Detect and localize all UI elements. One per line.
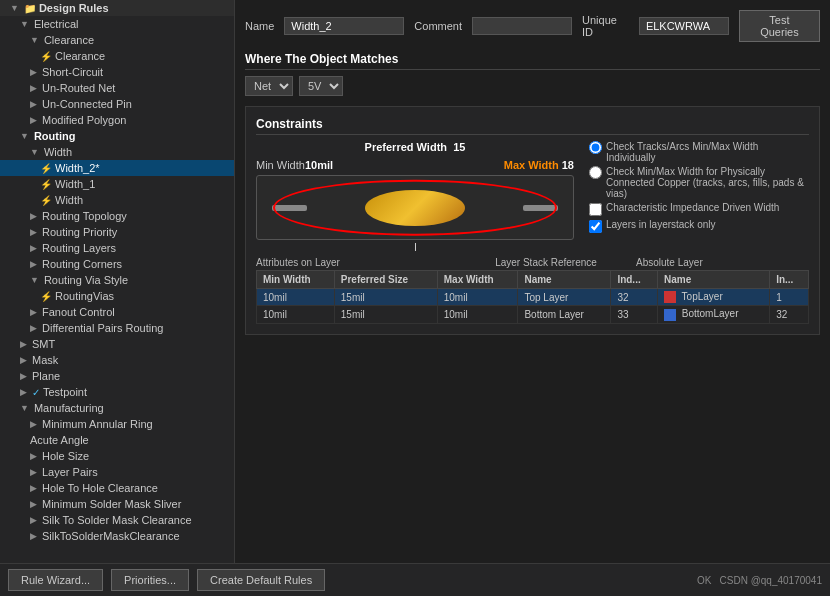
table-header-row: Min Width Preferred Size Max Width Name … [257, 271, 809, 289]
watermark-area: OK CSDN @qq_40170041 [697, 575, 822, 586]
track-right [523, 205, 558, 211]
tree-clearance-rule[interactable]: ⚡ Clearance [0, 48, 234, 64]
constraints-inner: Preferred Width 15 Min Width 10mil Max W… [256, 141, 809, 251]
bottom-bar: Rule Wizard... Priorities... Create Defa… [0, 563, 830, 596]
track-visualization [256, 175, 574, 240]
tree-silk-solder-mask[interactable]: ▶ Silk To Solder Mask Clearance [0, 512, 234, 528]
tree-testpoint[interactable]: ▶ ✓ Testpoint [0, 384, 234, 400]
where-section: Where The Object Matches Net 5V [245, 52, 820, 96]
row1-abs-name: TopLayer [657, 289, 769, 306]
pref-width-row: Preferred Width 15 [256, 141, 574, 153]
max-width-label: Max Width [504, 159, 559, 171]
constraints-left: Preferred Width 15 Min Width 10mil Max W… [256, 141, 574, 251]
row1-color-swatch [664, 291, 676, 303]
attr-table-section: Attributes on Layer Layer Stack Referenc… [256, 257, 809, 324]
col-max-width: Max Width [437, 271, 518, 289]
tree-fanout-control[interactable]: ▶ Fanout Control [0, 304, 234, 320]
where-row: Net 5V [245, 76, 820, 96]
tree-short-circuit[interactable]: ▶ Short-Circuit [0, 64, 234, 80]
table-row[interactable]: 10mil 15mil 10mil Bottom Layer 33 Bottom… [257, 306, 809, 323]
where-dropdown2[interactable]: 5V [299, 76, 343, 96]
width-controls: Min Width 10mil Max Width 18 [256, 159, 574, 171]
pref-width-value: 15 [453, 141, 465, 153]
col-min-width: Min Width [257, 271, 335, 289]
radio-check-phys[interactable] [589, 166, 602, 179]
name-label: Name [245, 20, 274, 32]
ok-label: OK [697, 575, 711, 586]
tree-electrical[interactable]: ▼ Electrical [0, 16, 234, 32]
tree-un-routed-net[interactable]: ▶ Un-Routed Net [0, 80, 234, 96]
tree-diff-pairs[interactable]: ▶ Differential Pairs Routing [0, 320, 234, 336]
pref-width-label: Preferred Width [365, 141, 447, 153]
tree-acute-angle[interactable]: Acute Angle [0, 432, 234, 448]
expand-arrow: ▼ [10, 3, 19, 13]
table-row[interactable]: 10mil 15mil 10mil Top Layer 32 TopLayer … [257, 289, 809, 306]
track-left [272, 205, 307, 211]
col-abs-in: In... [770, 271, 809, 289]
watermark-text: CSDN @qq_40170041 [720, 575, 822, 586]
tree-routing-corners[interactable]: ▶ Routing Corners [0, 256, 234, 272]
create-default-button[interactable]: Create Default Rules [197, 569, 325, 591]
tree-routing[interactable]: ▼ Routing [0, 128, 234, 144]
tree-mask[interactable]: ▶ Mask [0, 352, 234, 368]
comment-input[interactable] [472, 17, 572, 35]
priorities-button[interactable]: Priorities... [111, 569, 189, 591]
row2-min-width: 10mil [257, 306, 335, 323]
where-title: Where The Object Matches [245, 52, 820, 70]
tree-manufacturing[interactable]: ▼ Manufacturing [0, 400, 234, 416]
rule-wizard-button[interactable]: Rule Wizard... [8, 569, 103, 591]
tree-routing-layers[interactable]: ▶ Routing Layers [0, 240, 234, 256]
tree-width1-rule[interactable]: ⚡ Width_1 [0, 176, 234, 192]
tree-width-rule[interactable]: ⚡ Width [0, 192, 234, 208]
check-row-3: Characteristic Impedance Driven Width [589, 202, 809, 216]
row2-abs-in: 32 [770, 306, 809, 323]
where-dropdown1[interactable]: Net [245, 76, 293, 96]
tree-un-connected-pin[interactable]: ▶ Un-Connected Pin [0, 96, 234, 112]
test-queries-button[interactable]: Test Queries [739, 10, 820, 42]
tree-routing-vias[interactable]: ⚡ RoutingVias [0, 288, 234, 304]
top-bar: Name Comment Unique ID Test Queries [245, 10, 820, 42]
right-panel: Name Comment Unique ID Test Queries Wher… [235, 0, 830, 563]
constraints-title: Constraints [256, 117, 809, 135]
row2-ind: 33 [611, 306, 658, 323]
tree-modified-polygon[interactable]: ▶ Modified Polygon [0, 112, 234, 128]
tree-routing-topology[interactable]: ▶ Routing Topology [0, 208, 234, 224]
left-panel: ▼ 📁 Design Rules ▼ Electrical ▼ Clearanc… [0, 0, 235, 563]
tree-routing-priority[interactable]: ▶ Routing Priority [0, 224, 234, 240]
tree-width2-rule[interactable]: ⚡ Width_2* [0, 160, 234, 176]
tree-min-solder-mask[interactable]: ▶ Minimum Solder Mask Sliver [0, 496, 234, 512]
unique-id-label: Unique ID [582, 14, 629, 38]
name-input[interactable] [284, 17, 404, 35]
table-group-attr: Attributes on Layer [256, 257, 456, 268]
tree-layer-pairs[interactable]: ▶ Layer Pairs [0, 464, 234, 480]
table-group-headers: Attributes on Layer Layer Stack Referenc… [256, 257, 809, 268]
tree-plane[interactable]: ▶ Plane [0, 368, 234, 384]
tree-width-group[interactable]: ▼ Width [0, 144, 234, 160]
main-container: ▼ 📁 Design Rules ▼ Electrical ▼ Clearanc… [0, 0, 830, 563]
tree-hole-clearance[interactable]: ▶ Hole To Hole Clearance [0, 480, 234, 496]
constraints-right: Check Tracks/Arcs Min/Max Width Individu… [589, 141, 809, 251]
row1-min-width: 10mil [257, 289, 335, 306]
tree-silk-solder-mask2[interactable]: ▶ SilkToSolderMaskClearance [0, 528, 234, 544]
tree-routing-via-style[interactable]: ▼ Routing Via Style [0, 272, 234, 288]
row2-color-swatch [664, 309, 676, 321]
tree-smt[interactable]: ▶ SMT [0, 336, 234, 352]
comment-label: Comment [414, 20, 462, 32]
attr-table: Min Width Preferred Size Max Width Name … [256, 270, 809, 324]
min-width-value: 10mil [305, 159, 333, 171]
unique-id-input[interactable] [639, 17, 729, 35]
row1-abs-in: 1 [770, 289, 809, 306]
tree-hole-size[interactable]: ▶ Hole Size [0, 448, 234, 464]
constraints-section: Constraints Preferred Width 15 Min Width… [245, 106, 820, 335]
row2-pref-size: 15mil [334, 306, 437, 323]
tree-min-annular[interactable]: ▶ Minimum Annular Ring [0, 416, 234, 432]
col-name: Name [518, 271, 611, 289]
check-layerstack[interactable] [589, 220, 602, 233]
radio-check-min-max[interactable] [589, 141, 602, 154]
tree-clearance-group[interactable]: ▼ Clearance [0, 32, 234, 48]
min-width-label: Min Width [256, 159, 305, 171]
bottom-left: Rule Wizard... Priorities... Create Defa… [8, 569, 325, 591]
tree-design-rules[interactable]: ▼ 📁 Design Rules [0, 0, 234, 16]
max-width-value: 18 [562, 159, 574, 171]
check-impedance[interactable] [589, 203, 602, 216]
